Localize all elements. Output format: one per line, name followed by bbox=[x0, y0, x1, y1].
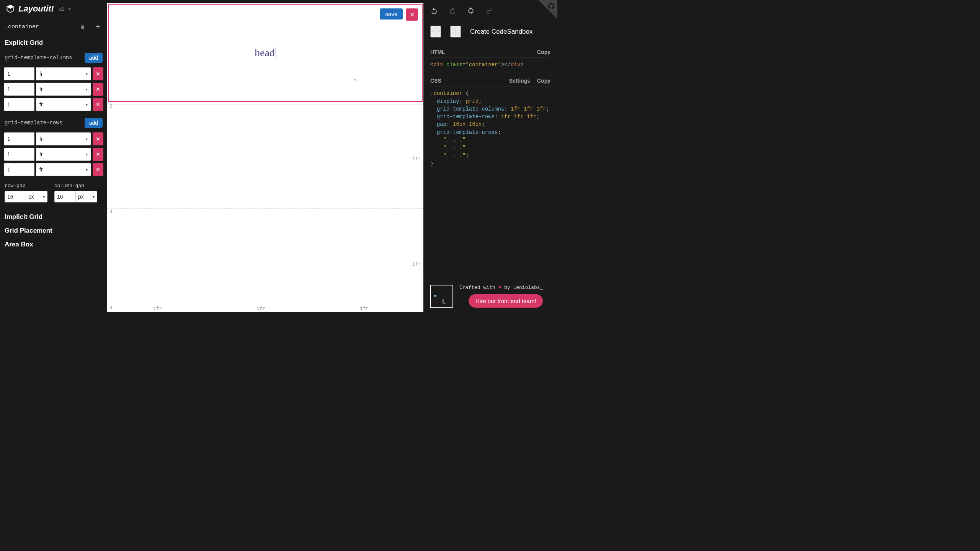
create-codesandbox-label[interactable]: Create CodeSandbox bbox=[470, 28, 533, 36]
plus-icon[interactable]: + bbox=[93, 22, 103, 31]
row-gap-value[interactable] bbox=[5, 191, 26, 202]
row-3-unit[interactable]: fr▾ bbox=[36, 163, 91, 176]
col-1-unit[interactable]: fr▾ bbox=[36, 67, 91, 80]
remove-row-2-button[interactable]: ✕ bbox=[93, 148, 103, 161]
container-selector-row: .container + bbox=[4, 21, 103, 34]
leniolabs-logo-icon[interactable] bbox=[430, 285, 453, 308]
row-1-unit[interactable]: fr▾ bbox=[36, 132, 91, 145]
row-2-unit[interactable]: fr▾ bbox=[36, 148, 91, 161]
sidebar: Layoutit! v2 ▾ .container + Explicit Gri… bbox=[0, 0, 107, 312]
row-1-fr-label: 1fr bbox=[412, 156, 421, 162]
cols-label: grid-template-columns bbox=[5, 55, 72, 61]
css-code[interactable]: .container { display: grid; grid-templat… bbox=[430, 86, 550, 174]
settings-button[interactable]: Settings bbox=[509, 78, 530, 84]
section-explicit-grid[interactable]: Explicit Grid bbox=[4, 37, 103, 48]
version-label: v2 bbox=[59, 6, 64, 12]
column-gap-unit[interactable]: px▾ bbox=[76, 191, 97, 202]
row-track-1: fr▾ ✕ bbox=[4, 132, 103, 145]
trash-icon[interactable] bbox=[78, 22, 87, 31]
link-icon[interactable] bbox=[485, 7, 493, 16]
github-corner-icon[interactable] bbox=[538, 0, 557, 19]
cube-icon bbox=[5, 4, 15, 14]
add-column-button[interactable]: add bbox=[85, 53, 103, 63]
col-1-value[interactable] bbox=[4, 67, 34, 80]
area-name-input[interactable]: head bbox=[255, 47, 276, 59]
add-row-button[interactable]: add bbox=[85, 118, 103, 128]
redo-icon[interactable] bbox=[449, 7, 456, 16]
cursor-icon: ○ bbox=[354, 77, 356, 83]
col-track-1: fr▾ ✕ bbox=[4, 67, 103, 80]
prop-grid-template-columns: grid-template-columns add bbox=[4, 51, 103, 64]
row-track-2: fr▾ ✕ bbox=[4, 148, 103, 161]
prop-grid-template-rows: grid-template-rows add bbox=[4, 116, 103, 129]
section-area-box[interactable]: Area Box bbox=[4, 239, 103, 250]
copy-css-button[interactable]: Copy bbox=[537, 78, 550, 84]
col-3-unit[interactable]: fr▾ bbox=[36, 98, 91, 111]
col-3-value[interactable] bbox=[4, 98, 34, 111]
col-2-value[interactable] bbox=[4, 83, 34, 96]
col-3-fr-label: 1fr bbox=[360, 306, 369, 311]
col-2-fr-label: 1fr bbox=[256, 306, 265, 311]
close-icon[interactable]: ✕ bbox=[406, 8, 418, 21]
remove-row-1-button[interactable]: ✕ bbox=[93, 132, 103, 145]
html-code[interactable]: <div class="container"></div> bbox=[430, 58, 550, 75]
remove-col-2-button[interactable]: ✕ bbox=[93, 83, 103, 96]
refresh-icon[interactable] bbox=[467, 7, 475, 16]
css-label: CSS bbox=[430, 78, 441, 84]
logo-row: Layoutit! v2 ▾ bbox=[4, 0, 103, 18]
hire-button[interactable]: Hire our front end team! bbox=[469, 294, 543, 308]
row-line-2: 2 bbox=[109, 104, 112, 109]
footer: Crafted with ♥ by Leniolabs_ Hire our fr… bbox=[430, 278, 550, 308]
col-track-2: fr▾ ✕ bbox=[4, 83, 103, 96]
grid-lines bbox=[107, 104, 423, 312]
section-implicit-grid[interactable]: Implicit Grid bbox=[4, 212, 103, 222]
toolbar bbox=[430, 5, 550, 23]
grid-canvas[interactable]: head save ✕ ○ 2 3 4 1fr 1fr 1fr 1fr 1fr bbox=[107, 3, 423, 312]
crafted-by: Crafted with ♥ by Leniolabs_ bbox=[459, 285, 543, 290]
row-2-fr-label: 1fr bbox=[412, 261, 421, 267]
row-gap-unit[interactable]: px▾ bbox=[26, 191, 47, 202]
undo-icon[interactable] bbox=[430, 7, 438, 16]
css-header: CSS Settings Copy bbox=[430, 75, 550, 86]
save-button[interactable]: save bbox=[380, 8, 403, 20]
copy-html-button[interactable]: Copy bbox=[537, 49, 550, 55]
remove-row-3-button[interactable]: ✕ bbox=[93, 163, 103, 176]
selected-area[interactable]: head save ✕ bbox=[108, 4, 423, 102]
col-track-3: fr▾ ✕ bbox=[4, 98, 103, 111]
html-header: HTML Copy bbox=[430, 47, 550, 58]
row-track-3: fr▾ ✕ bbox=[4, 163, 103, 176]
col-1-fr-label: 1fr bbox=[153, 306, 162, 311]
row-2-value[interactable] bbox=[4, 148, 34, 161]
gap-row: row-gap px▾ column-gap px▾ bbox=[4, 181, 103, 204]
chevron-down-icon[interactable]: ▾ bbox=[69, 7, 70, 11]
remove-col-1-button[interactable]: ✕ bbox=[93, 67, 103, 80]
html-label: HTML bbox=[430, 49, 445, 55]
rows-label: grid-template-rows bbox=[5, 120, 62, 126]
codepen-icon[interactable] bbox=[430, 26, 441, 37]
column-gap-value[interactable] bbox=[54, 191, 76, 202]
row-gap-label: row-gap bbox=[5, 183, 47, 189]
row-line-4: 4 bbox=[109, 305, 112, 311]
code-panel: Create CodeSandbox HTML Copy <div class=… bbox=[423, 0, 557, 312]
container-selector[interactable]: .container bbox=[5, 24, 39, 30]
column-gap-label: column-gap bbox=[54, 183, 97, 189]
logo-text: Layoutit! bbox=[18, 4, 54, 14]
col-2-unit[interactable]: fr▾ bbox=[36, 83, 91, 96]
remove-col-3-button[interactable]: ✕ bbox=[93, 98, 103, 111]
row-line-3: 3 bbox=[109, 209, 112, 215]
row-1-value[interactable] bbox=[4, 132, 34, 145]
codesandbox-icon[interactable] bbox=[450, 26, 461, 37]
row-3-value[interactable] bbox=[4, 163, 34, 176]
section-grid-placement[interactable]: Grid Placement bbox=[4, 225, 103, 236]
export-row: Create CodeSandbox bbox=[430, 23, 550, 47]
